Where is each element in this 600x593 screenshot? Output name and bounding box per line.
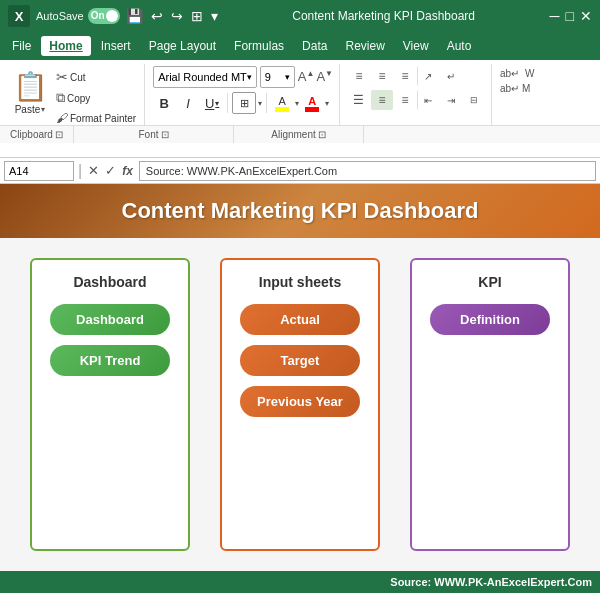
- copy-button[interactable]: ⧉ Copy: [54, 89, 138, 107]
- restore-icon[interactable]: □: [566, 8, 574, 24]
- card-kpi-buttons: Definition: [424, 304, 556, 335]
- increase-font-button[interactable]: A▲: [298, 69, 315, 84]
- menu-home[interactable]: Home: [41, 36, 90, 56]
- ribbon: 📋 Paste ▾ ✂ Cut ⧉ Copy: [0, 60, 600, 158]
- font-size-arrow: ▾: [285, 72, 290, 82]
- align-bottom-button[interactable]: ≡: [394, 66, 416, 86]
- align-left-button[interactable]: ☰: [348, 90, 370, 110]
- menu-view[interactable]: View: [395, 36, 437, 56]
- dashboard-button[interactable]: Dashboard: [50, 304, 170, 335]
- fill-color-button[interactable]: A: [271, 95, 293, 112]
- card-kpi-title: KPI: [424, 274, 556, 290]
- wrap-text-button[interactable]: ↵: [440, 66, 462, 86]
- clipboard-dialog-launcher[interactable]: ⊡: [55, 129, 63, 140]
- menu-data[interactable]: Data: [294, 36, 335, 56]
- decrease-font-button[interactable]: A▼: [316, 69, 333, 84]
- previous-year-button[interactable]: Previous Year: [240, 386, 360, 417]
- ribbon-alignment-group: ≡ ≡ ≡ ↗ ↵ ☰ ≡ ≡ ⇤ ⇥ ⊟: [342, 64, 492, 125]
- grid-icon[interactable]: ⊞: [191, 8, 203, 24]
- close-icon[interactable]: ✕: [580, 8, 592, 24]
- ribbon-clipboard-group: 📋 Paste ▾ ✂ Cut ⧉ Copy: [4, 64, 145, 125]
- underline-dropdown-icon[interactable]: ▾: [215, 99, 219, 108]
- formula-confirm-icon[interactable]: ✓: [103, 163, 118, 178]
- card-input-buttons: Actual Target Previous Year: [234, 304, 366, 417]
- autosave-section: AutoSave On: [36, 8, 120, 24]
- text-angle-button[interactable]: ↗: [417, 66, 439, 86]
- align-row2: ☰ ≡ ≡ ⇤ ⇥ ⊟: [348, 90, 485, 110]
- ribbon-font-group: Arial Rounded MT ▾ 9 ▾ A▲ A▼ B I U ▾: [147, 64, 340, 125]
- actual-button[interactable]: Actual: [240, 304, 360, 335]
- cut-label: Cut: [70, 72, 86, 83]
- undo-icon[interactable]: ↩: [151, 8, 163, 24]
- target-button[interactable]: Target: [240, 345, 360, 376]
- dashboard-header: Content Marketing KPI Dashboard: [0, 184, 600, 238]
- align-middle-button[interactable]: ≡: [371, 66, 393, 86]
- sheet-wrapper: Content Marketing KPI Dashboard Dashboar…: [0, 184, 600, 571]
- paste-dropdown-icon[interactable]: ▾: [41, 105, 45, 114]
- font-color-arrow[interactable]: ▾: [325, 99, 329, 108]
- definition-button[interactable]: Definition: [430, 304, 550, 335]
- increase-indent-button[interactable]: ⇥: [440, 90, 462, 110]
- excel-icon: X: [8, 5, 30, 27]
- menu-page-layout[interactable]: Page Layout: [141, 36, 224, 56]
- merge-button[interactable]: ⊟: [463, 90, 485, 110]
- sheet-content: Content Marketing KPI Dashboard Dashboar…: [0, 184, 600, 571]
- paste-label: Paste: [15, 104, 41, 115]
- number-format-spacer: W: [525, 68, 534, 79]
- paste-icon: 📋: [14, 68, 46, 104]
- clipboard-label: Clipboard ⊡: [0, 126, 74, 143]
- borders-button[interactable]: ⊞: [232, 92, 256, 114]
- font-size-value: 9: [265, 71, 271, 83]
- redo-icon[interactable]: ↪: [171, 8, 183, 24]
- formula-cancel-icon[interactable]: ✕: [86, 163, 101, 178]
- font-row1: Arial Rounded MT ▾ 9 ▾ A▲ A▼: [153, 66, 333, 88]
- number-format-row: ab↵ W: [498, 66, 550, 81]
- autosave-toggle[interactable]: On: [88, 8, 120, 24]
- borders-arrow[interactable]: ▾: [258, 99, 262, 108]
- font-name-dropdown[interactable]: Arial Rounded MT ▾: [153, 66, 257, 88]
- decrease-indent-button[interactable]: ⇤: [417, 90, 439, 110]
- clipboard-side: ✂ Cut ⧉ Copy 🖌 Format Painter: [54, 66, 138, 126]
- font-name-value: Arial Rounded MT: [158, 71, 247, 83]
- ribbon-top: 📋 Paste ▾ ✂ Cut ⧉ Copy: [0, 60, 600, 125]
- ribbon-extra: ab↵ W ab↵ M: [494, 64, 554, 125]
- font-color-button[interactable]: A: [301, 95, 323, 112]
- formula-input[interactable]: Source: WWW.PK-AnExcelExpert.Com: [139, 161, 596, 181]
- align-right-button[interactable]: ≡: [394, 90, 416, 110]
- bold-button[interactable]: B: [153, 92, 175, 114]
- menu-insert[interactable]: Insert: [93, 36, 139, 56]
- save-icon[interactable]: 💾: [126, 8, 143, 24]
- cards-area: Dashboard Dashboard KPI Trend Input shee…: [0, 238, 600, 571]
- cell-ref-value: A14: [9, 165, 29, 177]
- paste-button[interactable]: 📋 Paste ▾: [10, 66, 50, 117]
- clipboard-inner: 📋 Paste ▾ ✂ Cut ⧉ Copy: [10, 66, 138, 126]
- format-painter-button[interactable]: 🖌 Format Painter: [54, 110, 138, 126]
- extra-row2: ab↵ M: [498, 81, 550, 96]
- menu-review[interactable]: Review: [337, 36, 392, 56]
- minimize-icon[interactable]: ─: [550, 8, 560, 24]
- card-input-sheets: Input sheets Actual Target Previous Year: [220, 258, 380, 551]
- fill-color-arrow[interactable]: ▾: [295, 99, 299, 108]
- kpi-trend-button[interactable]: KPI Trend: [50, 345, 170, 376]
- underline-button[interactable]: U ▾: [201, 92, 223, 114]
- menu-auto[interactable]: Auto: [439, 36, 480, 56]
- font-dialog-launcher[interactable]: ⊡: [161, 129, 169, 140]
- cell-reference-box[interactable]: A14: [4, 161, 74, 181]
- card-dashboard-title: Dashboard: [44, 274, 176, 290]
- menu-file[interactable]: File: [4, 36, 39, 56]
- align-top-button[interactable]: ≡: [348, 66, 370, 86]
- alignment-dialog-launcher[interactable]: ⊡: [318, 129, 326, 140]
- source-text: Source: WWW.PK-AnExcelExpert.Com: [390, 576, 592, 588]
- insert-function-icon[interactable]: fx: [120, 164, 135, 178]
- copy-label: Copy: [67, 93, 90, 104]
- menu-formulas[interactable]: Formulas: [226, 36, 292, 56]
- card-dashboard: Dashboard Dashboard KPI Trend: [30, 258, 190, 551]
- cut-button[interactable]: ✂ Cut: [54, 68, 138, 86]
- italic-button[interactable]: I: [177, 92, 199, 114]
- card-input-title: Input sheets: [234, 274, 366, 290]
- font-size-dropdown[interactable]: 9 ▾: [260, 66, 295, 88]
- align-center-button[interactable]: ≡: [371, 90, 393, 110]
- divider1: [227, 93, 228, 113]
- customize-icon[interactable]: ▾: [211, 8, 218, 24]
- format-painter-label: Format Painter: [70, 113, 136, 124]
